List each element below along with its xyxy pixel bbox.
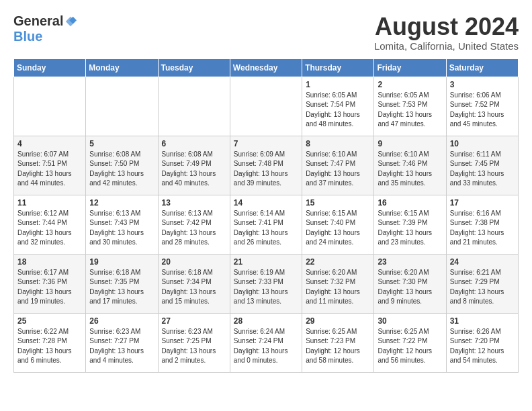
day-number: 31 (450, 316, 515, 326)
day-cell: 22Sunrise: 6:20 AM Sunset: 7:32 PM Dayli… (302, 254, 374, 313)
day-cell: 18Sunrise: 6:17 AM Sunset: 7:36 PM Dayli… (14, 254, 86, 313)
day-cell: 27Sunrise: 6:23 AM Sunset: 7:25 PM Dayli… (158, 313, 230, 372)
day-info: Sunrise: 6:13 AM Sunset: 7:43 PM Dayligh… (89, 209, 154, 248)
day-number: 19 (89, 257, 154, 267)
day-cell: 4Sunrise: 6:07 AM Sunset: 7:51 PM Daylig… (14, 136, 86, 195)
day-cell (14, 77, 86, 136)
day-info: Sunrise: 6:22 AM Sunset: 7:28 PM Dayligh… (17, 327, 82, 366)
day-cell: 9Sunrise: 6:10 AM Sunset: 7:46 PM Daylig… (374, 136, 446, 195)
week-row-5: 25Sunrise: 6:22 AM Sunset: 7:28 PM Dayli… (14, 313, 519, 372)
day-number: 18 (17, 257, 82, 267)
day-cell: 26Sunrise: 6:23 AM Sunset: 7:27 PM Dayli… (86, 313, 158, 372)
day-number: 5 (89, 139, 154, 148)
day-cell: 10Sunrise: 6:11 AM Sunset: 7:45 PM Dayli… (446, 136, 518, 195)
day-info: Sunrise: 6:20 AM Sunset: 7:30 PM Dayligh… (378, 268, 442, 307)
week-row-3: 11Sunrise: 6:12 AM Sunset: 7:44 PM Dayli… (14, 195, 519, 254)
day-info: Sunrise: 6:13 AM Sunset: 7:42 PM Dayligh… (162, 209, 226, 248)
day-cell: 2Sunrise: 6:05 AM Sunset: 7:53 PM Daylig… (374, 77, 446, 136)
day-cell: 25Sunrise: 6:22 AM Sunset: 7:28 PM Dayli… (14, 313, 86, 372)
day-info: Sunrise: 6:10 AM Sunset: 7:47 PM Dayligh… (306, 150, 370, 189)
week-row-4: 18Sunrise: 6:17 AM Sunset: 7:36 PM Dayli… (14, 254, 519, 313)
day-info: Sunrise: 6:14 AM Sunset: 7:41 PM Dayligh… (234, 209, 298, 248)
day-number: 12 (89, 198, 154, 208)
day-info: Sunrise: 6:17 AM Sunset: 7:36 PM Dayligh… (17, 268, 82, 307)
day-number: 22 (306, 257, 370, 267)
day-header-wednesday: Wednesday (230, 58, 302, 77)
day-cell: 21Sunrise: 6:19 AM Sunset: 7:33 PM Dayli… (230, 254, 302, 313)
day-info: Sunrise: 6:10 AM Sunset: 7:46 PM Dayligh… (378, 150, 442, 189)
day-number: 17 (450, 198, 515, 208)
day-number: 2 (378, 80, 442, 89)
day-info: Sunrise: 6:05 AM Sunset: 7:54 PM Dayligh… (306, 91, 370, 130)
day-number: 21 (234, 257, 298, 267)
day-number: 13 (162, 198, 226, 208)
day-number: 27 (162, 316, 226, 326)
day-number: 11 (17, 198, 82, 208)
day-cell: 8Sunrise: 6:10 AM Sunset: 7:47 PM Daylig… (302, 136, 374, 195)
day-number: 4 (17, 139, 82, 148)
day-info: Sunrise: 6:18 AM Sunset: 7:34 PM Dayligh… (162, 268, 226, 307)
day-number: 16 (378, 198, 442, 208)
day-cell: 20Sunrise: 6:18 AM Sunset: 7:34 PM Dayli… (158, 254, 230, 313)
day-cell: 14Sunrise: 6:14 AM Sunset: 7:41 PM Dayli… (230, 195, 302, 254)
day-info: Sunrise: 6:09 AM Sunset: 7:48 PM Dayligh… (234, 150, 298, 189)
day-info: Sunrise: 6:15 AM Sunset: 7:40 PM Dayligh… (306, 209, 370, 248)
month-title: August 2024 (374, 13, 519, 40)
day-info: Sunrise: 6:25 AM Sunset: 7:23 PM Dayligh… (306, 327, 370, 366)
day-cell: 15Sunrise: 6:15 AM Sunset: 7:40 PM Dayli… (302, 195, 374, 254)
title-area: August 2024 Lomita, California, United S… (374, 13, 519, 52)
day-info: Sunrise: 6:08 AM Sunset: 7:49 PM Dayligh… (162, 150, 226, 189)
day-cell: 5Sunrise: 6:08 AM Sunset: 7:50 PM Daylig… (86, 136, 158, 195)
day-cell: 23Sunrise: 6:20 AM Sunset: 7:30 PM Dayli… (374, 254, 446, 313)
day-cell: 13Sunrise: 6:13 AM Sunset: 7:42 PM Dayli… (158, 195, 230, 254)
day-info: Sunrise: 6:26 AM Sunset: 7:20 PM Dayligh… (450, 327, 515, 366)
logo-general-text: General (13, 13, 63, 29)
day-number: 24 (450, 257, 515, 267)
day-number: 3 (450, 80, 515, 89)
day-number: 26 (89, 316, 154, 326)
day-info: Sunrise: 6:05 AM Sunset: 7:53 PM Dayligh… (378, 91, 442, 130)
day-cell (158, 77, 230, 136)
day-info: Sunrise: 6:23 AM Sunset: 7:25 PM Dayligh… (162, 327, 226, 366)
day-info: Sunrise: 6:25 AM Sunset: 7:22 PM Dayligh… (378, 327, 442, 366)
week-row-2: 4Sunrise: 6:07 AM Sunset: 7:51 PM Daylig… (14, 136, 519, 195)
day-info: Sunrise: 6:08 AM Sunset: 7:50 PM Dayligh… (89, 150, 154, 189)
day-info: Sunrise: 6:16 AM Sunset: 7:38 PM Dayligh… (450, 209, 515, 248)
day-info: Sunrise: 6:18 AM Sunset: 7:35 PM Dayligh… (89, 268, 154, 307)
day-cell (86, 77, 158, 136)
day-info: Sunrise: 6:20 AM Sunset: 7:32 PM Dayligh… (306, 268, 370, 307)
header-row: SundayMondayTuesdayWednesdayThursdayFrid… (14, 58, 519, 77)
day-number: 8 (306, 139, 370, 148)
day-number: 23 (378, 257, 442, 267)
location: Lomita, California, United States (374, 40, 519, 52)
day-number: 28 (234, 316, 298, 326)
day-header-saturday: Saturday (446, 58, 518, 77)
day-cell (230, 77, 302, 136)
logo-icon (64, 15, 77, 28)
day-cell: 29Sunrise: 6:25 AM Sunset: 7:23 PM Dayli… (302, 313, 374, 372)
day-info: Sunrise: 6:11 AM Sunset: 7:45 PM Dayligh… (450, 150, 515, 189)
day-number: 15 (306, 198, 370, 208)
header: General Blue August 2024 Lomita, Califor… (13, 13, 519, 52)
day-number: 7 (234, 139, 298, 148)
day-cell: 28Sunrise: 6:24 AM Sunset: 7:24 PM Dayli… (230, 313, 302, 372)
day-number: 14 (234, 198, 298, 208)
day-number: 1 (306, 80, 370, 89)
logo-blue-text: Blue (13, 29, 42, 44)
day-number: 29 (306, 316, 370, 326)
day-header-sunday: Sunday (14, 58, 86, 77)
day-info: Sunrise: 6:15 AM Sunset: 7:39 PM Dayligh… (378, 209, 442, 248)
day-info: Sunrise: 6:12 AM Sunset: 7:44 PM Dayligh… (17, 209, 82, 248)
day-info: Sunrise: 6:21 AM Sunset: 7:29 PM Dayligh… (450, 268, 515, 307)
day-number: 6 (162, 139, 226, 148)
logo: General Blue (13, 13, 77, 44)
day-header-friday: Friday (374, 58, 446, 77)
day-cell: 12Sunrise: 6:13 AM Sunset: 7:43 PM Dayli… (86, 195, 158, 254)
day-header-thursday: Thursday (302, 58, 374, 77)
day-cell: 3Sunrise: 6:06 AM Sunset: 7:52 PM Daylig… (446, 77, 518, 136)
day-cell: 16Sunrise: 6:15 AM Sunset: 7:39 PM Dayli… (374, 195, 446, 254)
week-row-1: 1Sunrise: 6:05 AM Sunset: 7:54 PM Daylig… (14, 77, 519, 136)
day-cell: 24Sunrise: 6:21 AM Sunset: 7:29 PM Dayli… (446, 254, 518, 313)
day-header-tuesday: Tuesday (158, 58, 230, 77)
day-info: Sunrise: 6:19 AM Sunset: 7:33 PM Dayligh… (234, 268, 298, 307)
